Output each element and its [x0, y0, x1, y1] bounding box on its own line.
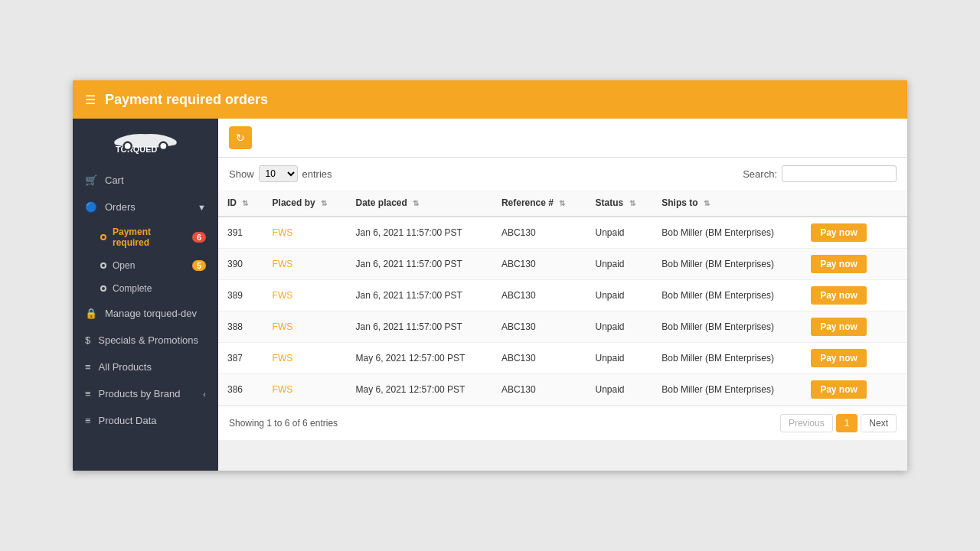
cell-status: Unpaid [586, 374, 652, 406]
date-sort-icon: ⇅ [413, 199, 419, 207]
ships-sort-icon: ⇅ [704, 199, 710, 207]
cell-status: Unpaid [586, 217, 652, 249]
refresh-button[interactable]: ↻ [229, 126, 252, 149]
specials-label: Specials & Promotions [98, 334, 198, 346]
cart-icon: 🛒 [85, 174, 97, 186]
cell-id: 391 [218, 217, 263, 249]
page-title: Payment required orders [105, 92, 268, 108]
placed-by-link[interactable]: FWS [273, 353, 293, 364]
list-data-icon: ≡ [85, 415, 91, 426]
cell-reference: ABC130 [492, 343, 586, 374]
placed-by-link[interactable]: FWS [273, 259, 293, 269]
sidebar-item-product-data[interactable]: ≡ Product Data [73, 407, 218, 434]
cell-extra [887, 217, 907, 249]
pay-now-button[interactable]: Pay now [811, 318, 867, 336]
pay-now-button[interactable]: Pay now [811, 286, 867, 305]
col-header-date-placed[interactable]: Date placed ⇅ [347, 190, 492, 217]
header: ☰ Payment required orders [73, 80, 907, 119]
cell-status: Unpaid [586, 343, 652, 374]
main-layout: TORQUED 🛒 Cart 🔵 Orders [73, 119, 907, 471]
orders-section: 🔵 Orders ▼ Payment required 6 [73, 194, 218, 300]
table-body: 391 FWS Jan 6, 2021 11:57:00 PST ABC130 … [218, 217, 907, 406]
cell-id: 386 [218, 374, 263, 406]
placed-by-sort-icon: ⇅ [321, 199, 327, 207]
payment-required-badge: 6 [192, 232, 206, 243]
sidebar-item-open[interactable]: Open 5 [73, 254, 218, 277]
table-row: 391 FWS Jan 6, 2021 11:57:00 PST ABC130 … [218, 217, 907, 249]
table-row: 388 FWS Jan 6, 2021 11:57:00 PST ABC130 … [218, 311, 907, 343]
pay-now-button[interactable]: Pay now [811, 255, 867, 273]
open-label: Open [113, 260, 135, 271]
torqued-logo: TORQUED [100, 129, 191, 156]
orders-chevron-icon: ▼ [198, 203, 206, 212]
cell-action: Pay now [802, 217, 886, 249]
sidebar-cart-label: Cart [105, 174, 124, 186]
status-sort-icon: ⇅ [629, 199, 635, 207]
svg-point-2 [125, 143, 131, 149]
placed-by-link[interactable]: FWS [273, 384, 293, 395]
cell-status: Unpaid [586, 249, 652, 280]
cell-extra [887, 280, 907, 311]
previous-button[interactable]: Previous [780, 414, 833, 432]
cell-action: Pay now [802, 374, 886, 406]
logo-area: TORQUED [73, 119, 218, 167]
sidebar-item-manage[interactable]: 🔒 Manage torqued-dev [73, 300, 218, 327]
page-1-button[interactable]: 1 [836, 414, 858, 432]
pay-now-button[interactable]: Pay now [811, 223, 867, 242]
manage-label: Manage torqued-dev [105, 308, 197, 319]
sidebar-item-specials[interactable]: $ Specials & Promotions [73, 327, 218, 354]
col-header-id[interactable]: ID ⇅ [218, 190, 263, 217]
col-header-placed-by[interactable]: Placed by ⇅ [263, 190, 347, 217]
search-label: Search: [743, 168, 777, 180]
pay-now-button[interactable]: Pay now [811, 349, 867, 367]
cell-id: 388 [218, 311, 263, 343]
cell-action: Pay now [802, 311, 886, 343]
col-header-ships-to[interactable]: Ships to ⇅ [652, 190, 802, 217]
placed-by-link[interactable]: FWS [273, 227, 293, 238]
cell-ships-to: Bob Miller (BM Enterprises) [652, 280, 802, 311]
col-header-reference[interactable]: Reference # ⇅ [492, 190, 586, 217]
hamburger-icon[interactable]: ☰ [85, 93, 96, 107]
placed-by-link[interactable]: FWS [273, 321, 293, 332]
cell-reference: ABC130 [492, 217, 586, 249]
search-input[interactable] [782, 165, 897, 182]
sidebar-item-payment-required[interactable]: Payment required 6 [73, 220, 218, 254]
orders-table: ID ⇅ Placed by ⇅ Date placed ⇅ Reference… [218, 190, 907, 406]
cell-extra [887, 311, 907, 343]
payment-required-label: Payment required [113, 227, 186, 248]
cell-placed-by: FWS [263, 217, 347, 249]
col-header-status[interactable]: Status ⇅ [586, 190, 652, 217]
cell-date-placed: Jan 6, 2021 11:57:00 PST [347, 217, 492, 249]
ref-sort-icon: ⇅ [559, 199, 565, 207]
table-header-row: ID ⇅ Placed by ⇅ Date placed ⇅ Reference… [218, 190, 907, 217]
sidebar-item-orders[interactable]: 🔵 Orders ▼ [73, 194, 218, 220]
cell-extra [887, 249, 907, 280]
payment-required-dot [100, 234, 106, 240]
table-row: 386 FWS May 6, 2021 12:57:00 PST ABC130 … [218, 374, 907, 406]
sidebar-item-complete[interactable]: Complete [73, 277, 218, 300]
list-brand-icon: ≡ [85, 388, 91, 399]
showing-text: Showing 1 to 6 of 6 entries [229, 418, 338, 429]
content-area: ↻ Show 10 25 50 100 entries Search: [218, 119, 907, 471]
table-row: 387 FWS May 6, 2021 12:57:00 PST ABC130 … [218, 343, 907, 374]
content-toolbar: ↻ [218, 119, 907, 158]
cell-date-placed: Jan 6, 2021 11:57:00 PST [347, 311, 492, 343]
cell-id: 389 [218, 280, 263, 311]
cell-placed-by: FWS [263, 374, 347, 406]
placed-by-link[interactable]: FWS [273, 290, 293, 301]
sidebar-item-all-products[interactable]: ≡ All Products [73, 354, 218, 380]
dollar-icon: $ [85, 334, 90, 346]
sidebar-item-cart[interactable]: 🛒 Cart [73, 167, 218, 194]
sidebar-item-products-by-brand[interactable]: ≡ Products by Brand ‹ [73, 380, 218, 407]
cell-action: Pay now [802, 249, 886, 280]
entries-select[interactable]: 10 25 50 100 [259, 165, 298, 182]
cell-extra [887, 374, 907, 406]
sidebar-orders-label: Orders [105, 201, 136, 213]
cell-ships-to: Bob Miller (BM Enterprises) [652, 217, 802, 249]
products-brand-label: Products by Brand [99, 388, 181, 399]
pay-now-button[interactable]: Pay now [811, 380, 867, 399]
next-button[interactable]: Next [861, 414, 897, 432]
cell-action: Pay now [802, 280, 886, 311]
cell-placed-by: FWS [263, 280, 347, 311]
col-header-action1 [802, 190, 886, 217]
